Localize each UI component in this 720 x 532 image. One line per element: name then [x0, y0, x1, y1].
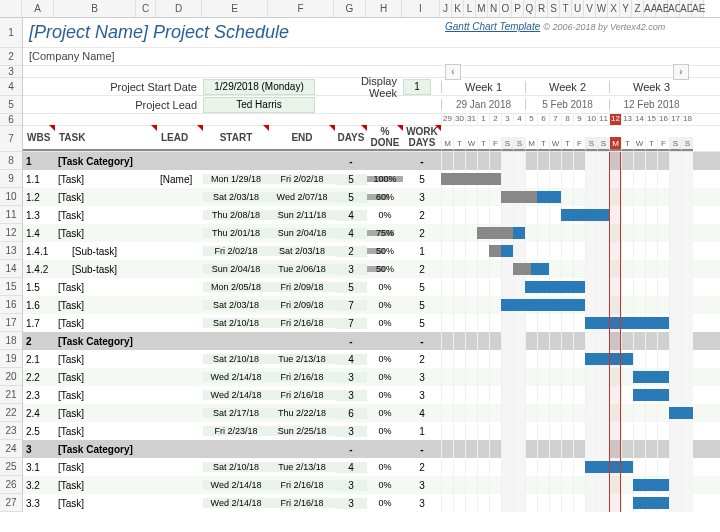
header-pct[interactable]: % DONE [367, 125, 403, 151]
col-letter[interactable]: D [156, 0, 202, 17]
task-row[interactable]: 3.2[Task]Wed 2/14/18Fri 2/16/1830%3 [23, 476, 720, 494]
row-number[interactable]: 15 [0, 278, 22, 296]
row-number[interactable]: 7 [0, 126, 22, 152]
col-letter[interactable]: AD [680, 0, 692, 17]
task-row[interactable]: 1.3[Task]Thu 2/08/18Sun 2/11/1840%2 [23, 206, 720, 224]
col-letter[interactable]: N [488, 0, 500, 17]
task-row[interactable]: 1.6[Task]Sat 2/03/18Fri 2/09/1870%5 [23, 296, 720, 314]
next-week-button[interactable]: › [673, 64, 689, 80]
end-cell: Sat 2/03/18 [269, 246, 335, 256]
task-row[interactable]: 2.3[Task]Wed 2/14/18Fri 2/16/1830%3 [23, 386, 720, 404]
col-letter[interactable]: I [402, 0, 440, 17]
row-number[interactable]: 4 [0, 78, 22, 96]
row-number[interactable]: 25 [0, 458, 22, 476]
col-letter[interactable]: A [22, 0, 54, 17]
row-number[interactable]: 2 [0, 48, 22, 66]
col-letter[interactable]: AA [644, 0, 656, 17]
task-row[interactable]: 1.4.2[Sub-task]Sun 2/04/18Tue 2/06/18350… [23, 260, 720, 278]
task-row[interactable]: 2.4[Task]Sat 2/17/18Thu 2/22/1860%4 [23, 404, 720, 422]
header-work[interactable]: WORK DAYS [403, 125, 441, 151]
end-cell: Tue 2/13/18 [269, 462, 335, 472]
col-letter[interactable]: X [608, 0, 620, 17]
start-cell: Wed 2/14/18 [203, 480, 269, 490]
task-row[interactable]: 1.4.1[Sub-task]Fri 2/02/18Sat 2/03/18250… [23, 242, 720, 260]
col-letter[interactable]: C [136, 0, 156, 17]
col-letter[interactable]: J [440, 0, 452, 17]
row-number[interactable]: 5 [0, 96, 22, 114]
task-row[interactable]: 1.1[Task][Name]Mon 1/29/18Fri 2/02/18510… [23, 170, 720, 188]
col-letter[interactable]: T [560, 0, 572, 17]
row-number[interactable]: 11 [0, 206, 22, 224]
col-letter[interactable]: R [536, 0, 548, 17]
template-link[interactable]: Gantt Chart Template [445, 21, 540, 32]
col-letter[interactable]: Q [524, 0, 536, 17]
col-letter[interactable]: Y [620, 0, 632, 17]
task-row[interactable]: 1.5[Task]Mon 2/05/18Fri 2/09/1850%5 [23, 278, 720, 296]
col-letter[interactable]: AB [656, 0, 668, 17]
col-letter[interactable]: W [596, 0, 608, 17]
header-start[interactable]: START [203, 125, 269, 151]
display-week-value[interactable]: 1 [403, 79, 431, 95]
row-number[interactable]: 24 [0, 440, 22, 458]
row-number[interactable]: 13 [0, 242, 22, 260]
header-days[interactable]: DAYS [335, 125, 367, 151]
col-letter[interactable]: O [500, 0, 512, 17]
task-row[interactable]: 2.5[Task]Fri 2/23/18Sun 2/25/1830%1 [23, 422, 720, 440]
task-row[interactable]: 3.3[Task]Wed 2/14/18Fri 2/16/1830%3 [23, 494, 720, 512]
col-letter[interactable]: H [366, 0, 402, 17]
category-row[interactable]: 1[Task Category]-- [23, 152, 720, 170]
col-letter[interactable] [0, 0, 22, 17]
col-letter[interactable]: AE [692, 0, 704, 17]
row-number[interactable]: 22 [0, 404, 22, 422]
row-number[interactable]: 9 [0, 170, 22, 188]
col-letter[interactable]: G [334, 0, 366, 17]
task-row[interactable]: 2.2[Task]Wed 2/14/18Fri 2/16/1830%3 [23, 368, 720, 386]
row-number[interactable]: 6 [0, 114, 22, 126]
col-letter[interactable]: P [512, 0, 524, 17]
row-number[interactable]: 16 [0, 296, 22, 314]
row-number[interactable]: 18 [0, 332, 22, 350]
prev-week-button[interactable]: ‹ [445, 64, 461, 80]
lead-value[interactable]: Ted Harris [203, 97, 315, 113]
row-number[interactable]: 21 [0, 386, 22, 404]
col-letter[interactable]: L [464, 0, 476, 17]
row-number[interactable]: 19 [0, 350, 22, 368]
col-letter[interactable]: V [584, 0, 596, 17]
row-number[interactable]: 26 [0, 476, 22, 494]
header-task[interactable]: TASK [55, 125, 157, 151]
task-cell: [Task] [55, 426, 157, 437]
row-number[interactable]: 20 [0, 368, 22, 386]
row-number[interactable]: 17 [0, 314, 22, 332]
col-letter[interactable]: Z [632, 0, 644, 17]
col-letter[interactable]: F [268, 0, 334, 17]
row-number[interactable]: 10 [0, 188, 22, 206]
task-row[interactable]: 1.4[Task]Thu 2/01/18Sun 2/04/18475%2 [23, 224, 720, 242]
row-number[interactable]: 23 [0, 422, 22, 440]
row-number[interactable]: 8 [0, 152, 22, 170]
task-row[interactable]: 1.2[Task]Sat 2/03/18Wed 2/07/18560%3 [23, 188, 720, 206]
row-number[interactable]: 12 [0, 224, 22, 242]
gantt-area [441, 278, 693, 296]
category-row[interactable]: 3[Task Category]-- [23, 440, 720, 458]
wbs-cell: 1.2 [23, 192, 55, 203]
col-letter[interactable]: B [54, 0, 136, 17]
task-row[interactable]: 1.7[Task]Sat 2/10/18Fri 2/16/1870%5 [23, 314, 720, 332]
col-letter[interactable]: E [202, 0, 268, 17]
row-number[interactable]: 27 [0, 494, 22, 512]
col-letter[interactable]: M [476, 0, 488, 17]
start-date-value[interactable]: 1/29/2018 (Monday) [203, 79, 315, 95]
col-letter[interactable]: S [548, 0, 560, 17]
col-letter[interactable]: U [572, 0, 584, 17]
category-row[interactable]: 2[Task Category]-- [23, 332, 720, 350]
row-number[interactable]: 3 [0, 66, 22, 78]
header-wbs[interactable]: WBS [23, 125, 55, 151]
day-of-week: T [453, 137, 465, 151]
col-letter[interactable]: AC [668, 0, 680, 17]
task-row[interactable]: 3.1[Task]Sat 2/10/18Tue 2/13/1840%2 [23, 458, 720, 476]
header-end[interactable]: END [269, 125, 335, 151]
task-row[interactable]: 2.1[Task]Sat 2/10/18Tue 2/13/1840%2 [23, 350, 720, 368]
row-number[interactable]: 14 [0, 260, 22, 278]
header-lead[interactable]: LEAD [157, 125, 203, 151]
col-letter[interactable]: K [452, 0, 464, 17]
row-number[interactable]: 1 [0, 18, 22, 48]
